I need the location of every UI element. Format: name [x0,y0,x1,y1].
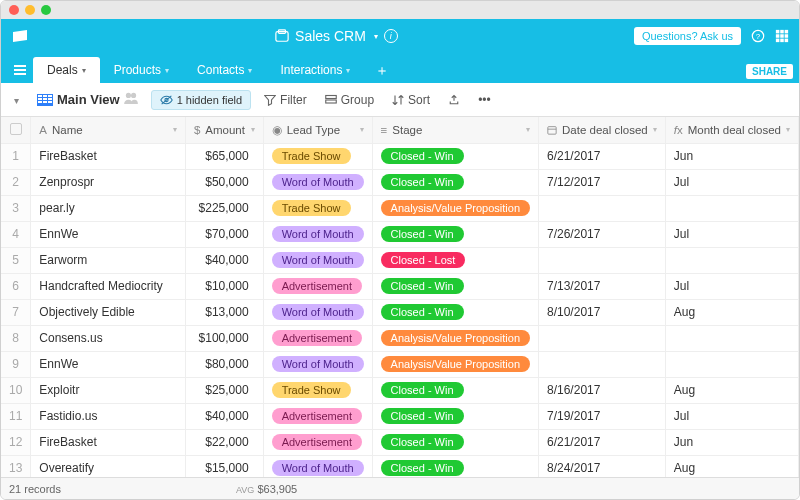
cell-amount[interactable]: $225,000 [185,195,263,221]
cell-stage[interactable]: Closed - Win [372,403,538,429]
cell-lead-type[interactable]: Word of Mouth [263,299,372,325]
cell-lead-type[interactable]: Word of Mouth [263,351,372,377]
cell-stage[interactable]: Closed - Win [372,377,538,403]
sort-button[interactable]: Sort [387,89,435,111]
tab-products[interactable]: Products▾ [100,57,183,83]
window-minimize-icon[interactable] [25,5,35,15]
cell-stage[interactable]: Closed - Win [372,299,538,325]
tab-contacts[interactable]: Contacts▾ [183,57,266,83]
column-month-closed[interactable]: fxMonth deal closed▾ [665,117,798,143]
table-row[interactable]: 9EnnWe$80,000Word of MouthAnalysis/Value… [1,351,799,377]
app-logo-icon[interactable] [11,29,29,43]
cell-month-closed[interactable]: Aug [665,377,798,403]
ask-us-button[interactable]: Questions? Ask us [634,27,741,45]
grid-apps-icon[interactable] [775,29,789,43]
cell-date-closed[interactable] [539,325,666,351]
cell-name[interactable]: FireBasket [31,429,186,455]
cell-date-closed[interactable]: 7/13/2017 [539,273,666,299]
cell-stage[interactable]: Analysis/Value Proposition [372,195,538,221]
cell-amount[interactable]: $15,000 [185,455,263,477]
table-row[interactable]: 3pear.ly$225,000Trade ShowAnalysis/Value… [1,195,799,221]
cell-lead-type[interactable]: Trade Show [263,377,372,403]
cell-month-closed[interactable] [665,247,798,273]
table-row[interactable]: 6Handcrafted Mediocrity$10,000Advertisem… [1,273,799,299]
cell-month-closed[interactable]: Jul [665,403,798,429]
cell-name[interactable]: FireBasket [31,143,186,169]
cell-amount[interactable]: $22,000 [185,429,263,455]
cell-amount[interactable]: $25,000 [185,377,263,403]
cell-stage[interactable]: Closed - Win [372,143,538,169]
cell-date-closed[interactable]: 7/26/2017 [539,221,666,247]
group-button[interactable]: Group [320,89,379,111]
share-view-button[interactable] [443,90,465,110]
cell-amount[interactable]: $40,000 [185,403,263,429]
cell-date-closed[interactable]: 8/16/2017 [539,377,666,403]
cell-name[interactable]: Overeatify [31,455,186,477]
info-icon[interactable]: i [384,29,398,43]
cell-date-closed[interactable]: 6/21/2017 [539,143,666,169]
cell-date-closed[interactable]: 7/19/2017 [539,403,666,429]
cell-name[interactable]: Zenprospr [31,169,186,195]
cell-month-closed[interactable]: Jul [665,221,798,247]
table-row[interactable]: 8Consens.us$100,000AdvertisementAnalysis… [1,325,799,351]
cell-month-closed[interactable]: Jun [665,143,798,169]
table-row[interactable]: 4EnnWe$70,000Word of MouthClosed - Win7/… [1,221,799,247]
cell-month-closed[interactable]: Jun [665,429,798,455]
more-options-button[interactable]: ••• [473,89,496,111]
cell-lead-type[interactable]: Word of Mouth [263,247,372,273]
tab-interactions[interactable]: Interactions▾ [266,57,364,83]
cell-name[interactable]: Consens.us [31,325,186,351]
cell-lead-type[interactable]: Word of Mouth [263,455,372,477]
cell-amount[interactable]: $10,000 [185,273,263,299]
table-row[interactable]: 1FireBasket$65,000Trade ShowClosed - Win… [1,143,799,169]
cell-lead-type[interactable]: Advertisement [263,403,372,429]
cell-lead-type[interactable]: Advertisement [263,273,372,299]
cell-stage[interactable]: Closed - Lost [372,247,538,273]
cell-amount[interactable]: $70,000 [185,221,263,247]
column-stage[interactable]: ≡Stage▾ [372,117,538,143]
cell-month-closed[interactable] [665,195,798,221]
table-row[interactable]: 5Earworm$40,000Word of MouthClosed - Los… [1,247,799,273]
cell-amount[interactable]: $50,000 [185,169,263,195]
add-table-button[interactable]: ＋ [370,59,394,83]
cell-name[interactable]: Exploitr [31,377,186,403]
column-date-closed[interactable]: Date deal closed▾ [539,117,666,143]
cell-date-closed[interactable]: 6/21/2017 [539,429,666,455]
cell-month-closed[interactable]: Jul [665,273,798,299]
cell-lead-type[interactable]: Trade Show [263,143,372,169]
collapse-sidebar-button[interactable] [9,89,24,111]
cell-stage[interactable]: Closed - Win [372,221,538,247]
cell-date-closed[interactable] [539,195,666,221]
cell-stage[interactable]: Closed - Win [372,169,538,195]
share-button[interactable]: SHARE [746,64,793,79]
help-icon[interactable]: ? [751,29,765,43]
cell-stage[interactable]: Closed - Win [372,273,538,299]
cell-amount[interactable]: $13,000 [185,299,263,325]
cell-lead-type[interactable]: Word of Mouth [263,221,372,247]
menu-button[interactable] [7,57,33,83]
table-row[interactable]: 7Objectively Edible$13,000Word of MouthC… [1,299,799,325]
cell-month-closed[interactable] [665,325,798,351]
cell-name[interactable]: pear.ly [31,195,186,221]
cell-date-closed[interactable]: 8/10/2017 [539,299,666,325]
table-row[interactable]: 2Zenprospr$50,000Word of MouthClosed - W… [1,169,799,195]
cell-date-closed[interactable] [539,247,666,273]
cell-name[interactable]: Handcrafted Mediocrity [31,273,186,299]
table-row[interactable]: 10Exploitr$25,000Trade ShowClosed - Win8… [1,377,799,403]
column-lead-type[interactable]: ◉Lead Type▾ [263,117,372,143]
window-maximize-icon[interactable] [41,5,51,15]
window-close-icon[interactable] [9,5,19,15]
cell-amount[interactable]: $65,000 [185,143,263,169]
cell-lead-type[interactable]: Trade Show [263,195,372,221]
cell-stage[interactable]: Analysis/Value Proposition [372,325,538,351]
cell-date-closed[interactable] [539,351,666,377]
cell-month-closed[interactable]: Aug [665,455,798,477]
cell-date-closed[interactable]: 7/12/2017 [539,169,666,195]
column-amount[interactable]: $Amount▾ [185,117,263,143]
cell-name[interactable]: Earworm [31,247,186,273]
hidden-fields-button[interactable]: 1 hidden field [151,90,251,110]
filter-button[interactable]: Filter [259,89,312,111]
cell-amount[interactable]: $40,000 [185,247,263,273]
cell-name[interactable]: Fastidio.us [31,403,186,429]
view-switcher[interactable]: Main View [32,88,143,111]
